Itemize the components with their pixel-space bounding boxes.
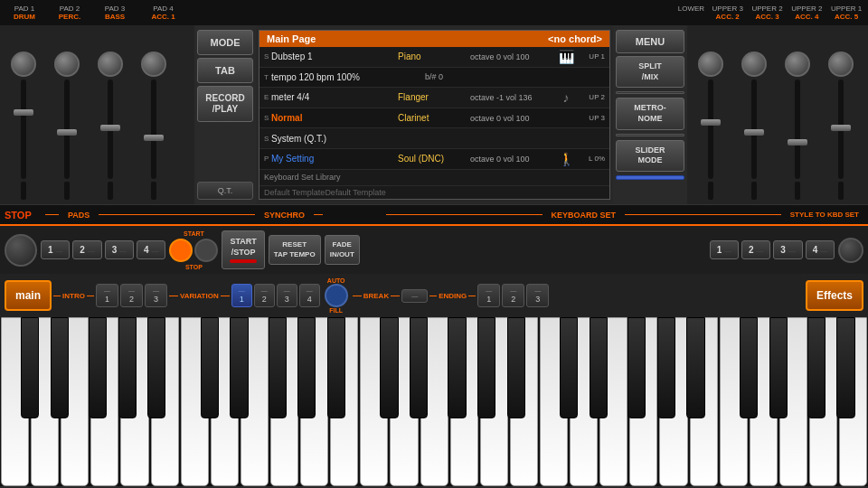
row2-info: b/# 0 [425,72,605,81]
fader-bot-ch3 [108,182,113,200]
key-fs5[interactable] [448,317,466,418]
record-play-button[interactable]: RECORD/PLAY [197,86,253,122]
synchro-label: SYNCHRO [259,211,309,220]
key-fs7[interactable] [807,317,826,418]
ending-btn-2[interactable]: —2 [502,284,524,307]
var-btn-1[interactable]: —1 [231,284,252,307]
kbd-btn-3[interactable]: 3 — [773,240,802,259]
key-as6[interactable] [686,317,704,418]
key-cs4[interactable] [201,317,219,418]
intro-btn-3[interactable]: —3 [145,284,167,307]
fader-handle-r2[interactable] [744,129,764,136]
key-ds6[interactable] [590,317,608,418]
key-ds3[interactable] [51,317,69,418]
knob-r1[interactable] [698,52,723,77]
kbd-line-left [386,214,542,215]
kbd-btn-1[interactable]: 1 — [710,240,739,259]
pad-btn-3[interactable]: 3 — [105,240,134,259]
metronome-slider[interactable] [616,134,684,136]
key-ds4[interactable] [230,317,248,418]
key-ds5[interactable] [410,317,428,418]
fader-handle-r3[interactable] [788,139,807,145]
fill-label: FILL [329,307,343,314]
split-mix-slider[interactable] [616,91,684,94]
menu-button[interactable]: MENU [616,30,684,53]
metronome-button[interactable]: METRO-NOME [616,98,684,129]
display-row-1[interactable]: S Dubstep 1 Piano octave 0 vol 100 🎹 UP … [259,47,609,68]
fader-handle-ch4[interactable] [144,135,164,141]
synchro-stop-btn[interactable] [194,239,218,262]
fader-track-r1 [708,80,713,179]
display-header: Main Page <no chord> [259,31,609,47]
var-btn-3[interactable]: —3 [277,284,297,307]
key-cs7[interactable] [740,317,758,418]
display-row-5[interactable]: S System (Q.T.) [259,128,609,149]
key-cs3[interactable] [21,317,39,418]
fade-button[interactable]: FADEIN/OUT [325,235,360,265]
display-row-7[interactable]: Keyboard Set Library [259,170,609,185]
fader-handle-ch3[interactable] [100,125,120,131]
kbd-btn-4[interactable]: 4 — [806,240,835,259]
stop-round-btn[interactable] [5,234,37,267]
pad-btn-1[interactable]: 1 — [41,240,70,259]
key-as3[interactable] [147,317,165,418]
var-btn-2[interactable]: —2 [254,284,275,307]
fader-handle-r1[interactable] [701,119,721,126]
style-kbd-btn[interactable] [838,238,863,263]
key-as4[interactable] [327,317,345,418]
key-gs6[interactable] [657,317,675,418]
key-gs5[interactable] [477,317,495,418]
effects-button[interactable]: Effects [806,280,863,311]
key-cs6[interactable] [560,317,578,418]
intro-btn-2[interactable]: —2 [120,284,143,307]
intro-line-left [53,296,61,296]
key-as5[interactable] [507,317,525,418]
knob-r2[interactable] [741,52,767,77]
key-fs6[interactable] [627,317,646,418]
key-gs4[interactable] [297,317,316,418]
start-stop-button[interactable]: START/STOP [222,230,264,269]
fader-handle-ch2[interactable] [57,129,77,136]
ending-btn-1[interactable]: —1 [477,284,500,307]
display-row-4[interactable]: S Normal Clarinet octave 0 vol 100 UP 3 [259,108,609,129]
key-fs4[interactable] [269,317,287,418]
key-ds7[interactable] [769,317,788,418]
knob-ch4[interactable] [141,52,166,77]
tab-button[interactable]: TAB [197,58,253,83]
var-btn-4[interactable]: —4 [299,284,320,307]
fader-handle-r4[interactable] [831,125,851,131]
mode-button[interactable]: MODE [197,30,253,55]
knob-ch3[interactable] [98,52,123,77]
break-btn[interactable]: — [401,289,428,303]
split-mix-button[interactable]: SPLIT/MIX [616,56,684,88]
auto-fill-btn[interactable] [325,284,348,307]
fader-handle-ch1[interactable] [14,109,33,116]
knob-r4[interactable] [828,52,854,77]
pad-btn-4[interactable]: 4 — [137,240,165,259]
slider-mode-bar[interactable] [616,175,684,180]
key-fs3[interactable] [89,317,107,418]
knob-ch2[interactable] [54,52,80,77]
key-cs5[interactable] [380,317,398,418]
fader-bot-r4 [838,182,844,200]
synchro-start-btn[interactable] [169,239,193,262]
display-row-2[interactable]: T tempo 120 bpm 100% b/# 0 [259,68,609,89]
upper3-label: UPPER 3 ACC. 2 [709,5,747,21]
knob-ch1[interactable] [11,52,36,77]
key-gs3[interactable] [118,317,137,418]
intro-btn-1[interactable]: —1 [96,284,118,307]
slider-mode-button[interactable]: SLIDERMODE [616,140,684,172]
auto-fill-label: AUTO [327,277,345,284]
display-row-3[interactable]: E meter 4/4 Flanger octave -1 vol 136 ♪ … [259,88,609,108]
fader-r1 [690,52,731,200]
pad-btn-2[interactable]: 2 — [72,240,101,259]
qt-button[interactable]: Q.T. [197,182,253,200]
kbd-btn-2[interactable]: 2 — [741,240,770,259]
display-row-6[interactable]: P My Setting Soul (DNC) octave 0 vol 100… [259,149,609,170]
knob-r3[interactable] [785,52,810,77]
main-button[interactable]: main [5,280,52,311]
reset-button[interactable]: RESETTAP TEMPO [269,235,321,265]
synchro-group: START STOP [169,230,218,270]
key-gs7[interactable] [836,317,854,418]
ending-btn-3[interactable]: —3 [526,284,549,307]
